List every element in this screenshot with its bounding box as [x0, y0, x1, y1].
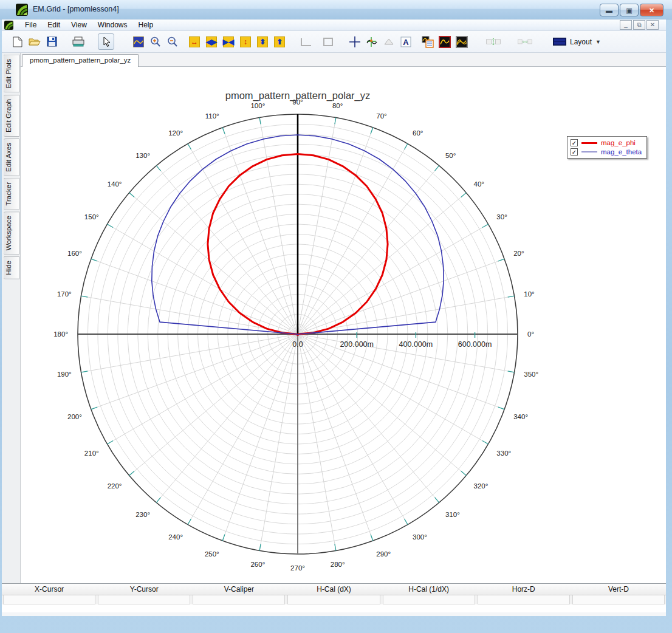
rim-tick — [188, 519, 191, 525]
crosshair-button[interactable] — [348, 35, 362, 49]
rim-tick — [371, 128, 373, 134]
print-button[interactable] — [71, 35, 86, 49]
rim-tick — [259, 544, 261, 551]
rim-tick — [259, 117, 261, 124]
chart-title: pmom_pattern_pattern_polar_yz — [225, 90, 370, 101]
menu-edit[interactable]: Edit — [42, 19, 66, 30]
vertical-tile-button[interactable] — [486, 35, 501, 49]
rim-tick — [482, 441, 489, 445]
legend-checkbox[interactable]: ✓ — [571, 148, 578, 156]
zoom-rectangle-icon — [323, 38, 333, 46]
document-logo-icon — [4, 21, 13, 30]
v-expand-icon: ⬍ — [257, 36, 268, 47]
sidebar-tab-workspace[interactable]: Workspace — [4, 211, 19, 255]
legend-button[interactable] — [420, 35, 435, 49]
vertical-tile-icon — [486, 36, 501, 47]
horizontal-full-scale-button[interactable]: ↔ — [187, 35, 202, 49]
angle-label: 170° — [57, 290, 72, 298]
mdi-close-icon: ✕ — [650, 21, 655, 28]
angle-label: 70° — [376, 112, 386, 120]
readout-label-y-cursor: Y-Cursor — [97, 584, 191, 595]
mdi-restore-button[interactable]: ⧉ — [633, 20, 645, 30]
sidebar-tab-edit-plots[interactable]: Edit Plots — [4, 55, 19, 93]
zoom-out-button[interactable] — [165, 35, 180, 49]
toolbar: ↔ ◀▶ ▶◀ ↕ ⬍ ⬆ A Layout ▼ — [2, 31, 666, 53]
readout-value-h-cal-1dx — [383, 595, 475, 604]
rim-tick — [508, 371, 515, 372]
angle-label: 150° — [84, 213, 99, 221]
rim-tick — [188, 143, 191, 149]
readout-value-horz-d — [478, 595, 570, 604]
angle-label: 100° — [250, 102, 265, 109]
angle-label: 0° — [527, 330, 534, 338]
document-tab-bar: pmom_pattern_pattern_polar_yz — [21, 53, 666, 67]
readout-label-h-cal-1dx: H-Cal (1/dX) — [382, 584, 476, 595]
chart-legend[interactable]: ✓mag_e_phi✓mag_e_theta — [567, 136, 647, 159]
radial-tick-label: 200.000m — [340, 340, 374, 349]
vertical-compress-button[interactable]: ⬆ — [272, 35, 287, 49]
menu-windows[interactable]: Windows — [92, 19, 133, 30]
zoom-full-scale-button[interactable] — [131, 35, 146, 49]
legend-icon — [422, 36, 434, 48]
horizontal-compress-button[interactable]: ▶◀ — [221, 35, 236, 49]
mdi-close-button[interactable]: ✕ — [646, 20, 659, 30]
app-logo-icon — [16, 4, 28, 16]
menu-file[interactable]: File — [19, 19, 42, 30]
angle-label: 300° — [413, 533, 427, 541]
legend-checkbox[interactable]: ✓ — [571, 139, 578, 146]
pointer-select-button[interactable] — [98, 33, 114, 50]
vertical-expand-button[interactable]: ⬍ — [255, 35, 270, 49]
edit-graph-button[interactable] — [454, 35, 469, 49]
close-button[interactable]: ✕ — [640, 4, 663, 16]
minimize-button[interactable]: ▬ — [600, 4, 619, 16]
rim-tick — [81, 296, 87, 297]
angle-label: 350° — [524, 371, 538, 378]
angle-label: 140° — [108, 180, 122, 188]
sidebar-tab-edit-axes[interactable]: Edit Axes — [4, 139, 19, 176]
open-file-button[interactable] — [27, 35, 42, 49]
angle-label: 50° — [445, 152, 456, 159]
edit-plot-button[interactable] — [437, 35, 452, 49]
readout-value-x-cursor — [3, 595, 95, 604]
tracker-button[interactable] — [365, 35, 379, 49]
menu-help[interactable]: Help — [133, 19, 159, 30]
new-document-button[interactable] — [10, 35, 25, 49]
zoom-rectangle-button[interactable] — [321, 35, 335, 49]
angle-label: 260° — [250, 561, 265, 568]
layout-menu-button[interactable]: Layout ▼ — [549, 36, 605, 48]
sidebar-tab-tracker[interactable]: Tracker — [4, 178, 19, 210]
chart-area: 0.0200.000m400.000m600.000m0°10°20°30°40… — [21, 67, 666, 583]
angle-label: 340° — [513, 413, 528, 420]
rim-tick — [335, 544, 336, 551]
rim-tick — [435, 498, 439, 502]
angle-label: 270° — [290, 564, 305, 572]
angle-label: 330° — [496, 450, 511, 457]
vertical-full-scale-button[interactable]: ↕ — [238, 35, 253, 49]
sidebar-tab-hide[interactable]: Hide — [4, 256, 19, 279]
sidebar-tab-edit-graph[interactable]: Edit Graph — [4, 95, 19, 137]
zoom-in-icon — [150, 36, 161, 47]
menu-view[interactable]: View — [66, 19, 92, 30]
mdi-minimize-button[interactable]: _ — [620, 20, 632, 30]
rim-tick — [107, 224, 113, 228]
save-button[interactable] — [44, 35, 59, 49]
legend-line-sample — [581, 151, 597, 152]
slope-marker-button[interactable] — [382, 35, 396, 49]
maximize-button[interactable]: ▣ — [620, 4, 639, 16]
cursor-readout-bar: X-Cursor Y-Cursor V-Caliper H-Cal (dX) H… — [2, 583, 666, 612]
mdi-minimize-icon: _ — [624, 21, 628, 28]
horizontal-expand-button[interactable]: ◀▶ — [204, 35, 219, 49]
horizontal-tile-button[interactable] — [518, 35, 532, 49]
rim-tick — [91, 259, 97, 261]
angle-label: 40° — [474, 180, 484, 188]
readout-label-vert-d: Vert-D — [571, 584, 666, 595]
zoom-in-button[interactable] — [148, 35, 163, 49]
rim-tick — [156, 166, 160, 171]
rim-tick — [508, 296, 515, 297]
angle-label: 320° — [474, 482, 489, 490]
document-tab[interactable]: pmom_pattern_pattern_polar_yz — [22, 54, 139, 67]
drag-corner-button[interactable] — [299, 35, 314, 49]
add-text-button[interactable]: A — [399, 35, 413, 49]
angle-label: 80° — [332, 102, 343, 109]
angle-label: 160° — [67, 250, 82, 257]
